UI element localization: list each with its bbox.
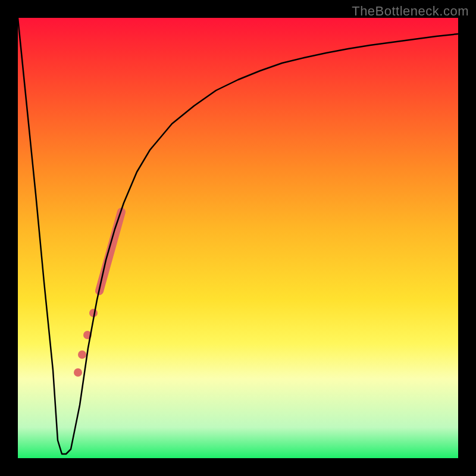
highlight-segment (99, 212, 121, 291)
svg-point-4 (74, 368, 82, 377)
svg-line-0 (99, 212, 121, 291)
svg-point-3 (78, 350, 86, 359)
plot-area (18, 18, 458, 458)
bottleneck-curve (18, 18, 458, 454)
curve-layer (18, 18, 458, 458)
chart-frame: TheBottleneck.com (0, 0, 476, 476)
watermark-text: TheBottleneck.com (352, 4, 469, 19)
